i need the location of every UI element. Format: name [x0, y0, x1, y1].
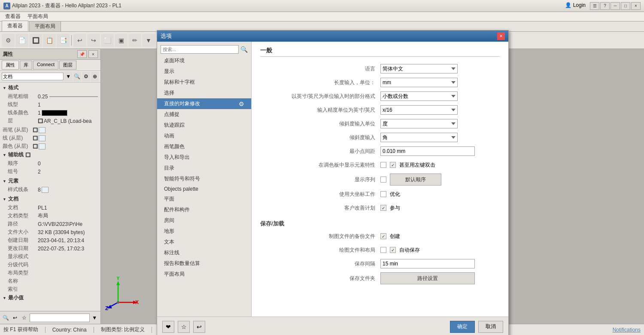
- nav-item-directory[interactable]: 目录: [157, 163, 251, 174]
- document-filter-input[interactable]: [2, 73, 64, 80]
- nav-item-select[interactable]: 选择: [157, 88, 251, 98]
- autosave-label: 自动保存: [399, 247, 420, 254]
- nav-item-snap[interactable]: 点捕捉: [157, 109, 251, 120]
- toolbar-btn-undo[interactable]: ↩: [73, 34, 86, 47]
- default-order-button[interactable]: 默认顺序: [390, 174, 441, 186]
- status-notifications[interactable]: Notifications: [613, 327, 641, 333]
- filter-btn-3[interactable]: ⊕: [91, 72, 99, 81]
- panel-bottom-input[interactable]: [30, 314, 90, 322]
- display-order-checkbox[interactable]: [380, 177, 386, 183]
- window-maximize-button[interactable]: □: [621, 2, 630, 10]
- elements-group-header[interactable]: ▼ 元素: [1, 177, 100, 186]
- min-dist-input[interactable]: [380, 146, 475, 156]
- min-group-header[interactable]: ▼ 最小值: [1, 293, 100, 302]
- nav-item-terrain[interactable]: 地形: [157, 226, 251, 237]
- nav-item-text[interactable]: 文本: [157, 237, 251, 247]
- save-interval-input[interactable]: [380, 259, 475, 268]
- slope-unit-select[interactable]: 度: [380, 119, 458, 128]
- nav-item-direct-modify[interactable]: 直接的对象修改 ⚙: [157, 98, 251, 109]
- nav-item-desktop[interactable]: 桌面环境: [157, 55, 251, 66]
- panel-tab-connect[interactable]: Connect: [33, 61, 58, 70]
- dialog-body: 🔍 桌面环境 显示 鼠标和十字框 选择 直接的对象修改 ⚙ 点捕捉 轨迹跟踪 动…: [157, 42, 508, 317]
- customer-improvement-checkbox[interactable]: ✓: [380, 205, 386, 211]
- panel-bottom-dropdown[interactable]: ▼: [91, 313, 99, 323]
- toolbar-btn-5[interactable]: 📑: [57, 34, 70, 47]
- prop-line-color: 线条颜色 1: [1, 109, 100, 117]
- options-dialog[interactable]: 选项 × 🔍 桌面环境 显示 鼠标和十字框 选择 直接的对象修改 ⚙ 点捕捉: [157, 30, 509, 335]
- cancel-button[interactable]: 取消: [478, 321, 503, 333]
- filter-btn-1[interactable]: 🔍: [73, 72, 82, 81]
- document-group-header[interactable]: ▼ 文档: [1, 195, 100, 204]
- fraction-select[interactable]: 小数或分数: [380, 91, 458, 101]
- footer-undo-btn[interactable]: ↩: [193, 321, 205, 333]
- panel-bottom-btn-3[interactable]: ☆: [20, 313, 29, 323]
- toolbar-btn-1[interactable]: ⚙: [2, 34, 15, 47]
- menu-button[interactable]: ?: [600, 2, 610, 10]
- nav-item-pen-color[interactable]: 画笔颜色: [157, 141, 251, 152]
- panel-bottom-btn-2[interactable]: ↩: [11, 313, 20, 323]
- language-select[interactable]: 简体中文: [380, 64, 458, 73]
- login-button[interactable]: 👤 Login: [565, 2, 586, 10]
- tab-layout[interactable]: 平面布局: [29, 21, 61, 31]
- toolbar-btn-3[interactable]: 🔲: [29, 34, 42, 47]
- nav-search-icon[interactable]: 🔍: [240, 46, 248, 53]
- dialog-close-button[interactable]: ×: [497, 32, 505, 40]
- nav-item-floor-layout[interactable]: 平面布局: [157, 269, 251, 280]
- panel-bottom-btn-1[interactable]: 🔍: [2, 313, 10, 323]
- show-props-dblclick-checkbox[interactable]: ✓: [390, 162, 396, 168]
- nav-item-plane[interactable]: 平面: [157, 194, 251, 204]
- nav-item-smart-symbols[interactable]: 智能符号和符号: [157, 174, 251, 184]
- nav-item-objects-palette[interactable]: Objects palette: [157, 184, 251, 194]
- confirm-button[interactable]: 确定: [450, 321, 475, 333]
- toolbar-btn-6[interactable]: ⬜: [101, 34, 114, 47]
- nav-item-mouse[interactable]: 鼠标和十字框: [157, 77, 251, 88]
- prop-style-line: 样式线条 8: [1, 186, 100, 194]
- footer-star-btn[interactable]: ☆: [178, 321, 190, 333]
- toolbar-btn-4[interactable]: 📋: [43, 34, 56, 47]
- nav-item-track[interactable]: 轨迹跟踪: [157, 120, 251, 131]
- menu-item-layout[interactable]: 平面布局: [24, 12, 52, 21]
- status-help: 按 F1 获得帮助: [3, 326, 38, 333]
- nav-item-room[interactable]: 房间: [157, 215, 251, 226]
- backup-checkbox[interactable]: ✓: [380, 233, 386, 239]
- toolbar-btn-9[interactable]: ▼: [142, 34, 155, 47]
- format-group-header[interactable]: ▼ 格式: [1, 83, 100, 92]
- panel-tab-library[interactable]: 库: [20, 61, 32, 70]
- path-settings-button[interactable]: 路径设置: [380, 272, 475, 284]
- nav-item-display[interactable]: 显示: [157, 66, 251, 77]
- nav-item-annotation[interactable]: 标注线: [157, 247, 251, 258]
- title-bar: A Allplan 2023 - 查看器 - Hello Allplan! 20…: [0, 0, 644, 12]
- toolbar-btn-redo[interactable]: ↪: [87, 34, 100, 47]
- minimize-button[interactable]: ☰: [590, 2, 599, 10]
- nav-search-input[interactable]: [161, 45, 239, 54]
- color-swatch[interactable]: [42, 110, 67, 116]
- nav-item-animation[interactable]: 动画: [157, 131, 251, 141]
- tab-viewer[interactable]: 查看器: [2, 21, 28, 31]
- toolbar-btn-2[interactable]: 📄: [15, 34, 28, 47]
- panel-pin-button[interactable]: 📌: [77, 50, 87, 58]
- filter-dropdown-btn[interactable]: ▼: [64, 72, 73, 81]
- prop-doc-type: 文档类型 布局: [1, 212, 100, 220]
- menu-item-viewer[interactable]: 查看器: [2, 12, 24, 21]
- show-props-checkbox[interactable]: [380, 162, 386, 168]
- autosave-checkbox[interactable]: ✓: [390, 247, 396, 253]
- window-close-button[interactable]: ×: [631, 2, 641, 10]
- panel-tab-properties[interactable]: 属性: [2, 61, 19, 70]
- filter-btn-2[interactable]: ⚙: [82, 72, 90, 81]
- toolbar-btn-7[interactable]: ▣: [115, 34, 128, 47]
- panel-tab-layers[interactable]: 图层: [59, 61, 76, 70]
- panel-close-button[interactable]: ×: [88, 50, 98, 58]
- slope-input-select[interactable]: 角: [380, 133, 458, 142]
- nav-item-import-export[interactable]: 导入和导出: [157, 152, 251, 163]
- drawing-checkbox[interactable]: [380, 247, 386, 253]
- window-minimize-button[interactable]: ─: [611, 2, 620, 10]
- nav-item-fixtures[interactable]: 配件和构件: [157, 204, 251, 215]
- status-country: Country: China: [52, 327, 87, 333]
- precision-select[interactable]: x/16: [380, 105, 458, 115]
- footer-heart-btn[interactable]: ❤: [162, 321, 174, 333]
- large-coords-checkbox[interactable]: [380, 191, 386, 197]
- length-unit-select[interactable]: mm: [380, 78, 458, 87]
- nav-item-report[interactable]: 报告和数量估算: [157, 258, 251, 269]
- aux-group-header[interactable]: ▼ 辅助线 🔲: [1, 150, 100, 159]
- toolbar-btn-8[interactable]: ✏: [128, 34, 141, 47]
